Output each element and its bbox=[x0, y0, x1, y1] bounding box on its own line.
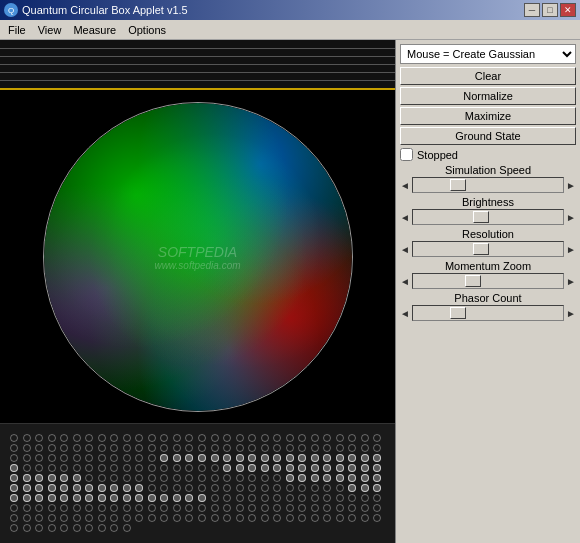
particle bbox=[23, 484, 31, 492]
particle bbox=[135, 504, 143, 512]
simulation-speed-thumb[interactable] bbox=[450, 179, 466, 191]
menu-options[interactable]: Options bbox=[122, 22, 172, 38]
menu-measure[interactable]: Measure bbox=[67, 22, 122, 38]
wave-line-5 bbox=[0, 80, 395, 81]
particle bbox=[110, 444, 118, 452]
particle bbox=[73, 524, 81, 532]
particle bbox=[336, 514, 344, 522]
particle bbox=[323, 434, 331, 442]
resolution-left-arrow[interactable]: ◄ bbox=[400, 244, 410, 255]
particle bbox=[311, 464, 319, 472]
brightness-thumb[interactable] bbox=[473, 211, 489, 223]
particle bbox=[323, 464, 331, 472]
phasor-count-track[interactable] bbox=[412, 305, 564, 321]
momentum-zoom-label: Momentum Zoom bbox=[400, 260, 576, 272]
brightness-right-arrow[interactable]: ► bbox=[566, 212, 576, 223]
particle bbox=[236, 434, 244, 442]
maximize-button[interactable]: □ bbox=[542, 3, 558, 17]
particle bbox=[123, 514, 131, 522]
particle bbox=[60, 504, 68, 512]
particle bbox=[185, 434, 193, 442]
brightness-track[interactable] bbox=[412, 209, 564, 225]
particle bbox=[336, 504, 344, 512]
simulation-speed-track[interactable] bbox=[412, 177, 564, 193]
phasor-count-left-arrow[interactable]: ◄ bbox=[400, 308, 410, 319]
clear-button[interactable]: Clear bbox=[400, 67, 576, 85]
phasor-count-section: Phasor Count ◄ ► bbox=[400, 292, 576, 321]
particle bbox=[248, 474, 256, 482]
momentum-zoom-left-arrow[interactable]: ◄ bbox=[400, 276, 410, 287]
particle bbox=[373, 494, 381, 502]
particle bbox=[35, 464, 43, 472]
menu-view[interactable]: View bbox=[32, 22, 68, 38]
particle bbox=[123, 454, 131, 462]
particle bbox=[85, 434, 93, 442]
resolution-track[interactable] bbox=[412, 241, 564, 257]
particle bbox=[236, 514, 244, 522]
brightness-left-arrow[interactable]: ◄ bbox=[400, 212, 410, 223]
simulation-speed-left-arrow[interactable]: ◄ bbox=[400, 180, 410, 191]
particle bbox=[173, 514, 181, 522]
particle bbox=[248, 454, 256, 462]
simulation-speed-right-arrow[interactable]: ► bbox=[566, 180, 576, 191]
minimize-button[interactable]: ─ bbox=[524, 3, 540, 17]
momentum-zoom-thumb[interactable] bbox=[465, 275, 481, 287]
particle bbox=[73, 464, 81, 472]
particle bbox=[48, 464, 56, 472]
particle bbox=[98, 494, 106, 502]
momentum-zoom-track[interactable] bbox=[412, 273, 564, 289]
particle bbox=[48, 524, 56, 532]
phasor-count-right-arrow[interactable]: ► bbox=[566, 308, 576, 319]
particle bbox=[248, 484, 256, 492]
particle bbox=[273, 494, 281, 502]
menu-file[interactable]: File bbox=[2, 22, 32, 38]
particle bbox=[298, 474, 306, 482]
particle bbox=[148, 504, 156, 512]
momentum-zoom-right-arrow[interactable]: ► bbox=[566, 276, 576, 287]
particle bbox=[211, 474, 219, 482]
particle bbox=[85, 444, 93, 452]
particle bbox=[98, 444, 106, 452]
resolution-thumb[interactable] bbox=[473, 243, 489, 255]
resolution-right-arrow[interactable]: ► bbox=[566, 244, 576, 255]
window-controls: ─ □ ✕ bbox=[524, 3, 576, 17]
particle bbox=[211, 494, 219, 502]
particle bbox=[273, 514, 281, 522]
brightness-label: Brightness bbox=[400, 196, 576, 208]
phasor-count-thumb[interactable] bbox=[450, 307, 466, 319]
particle bbox=[35, 524, 43, 532]
particle bbox=[185, 464, 193, 472]
normalize-button[interactable]: Normalize bbox=[400, 87, 576, 105]
particle bbox=[286, 484, 294, 492]
particle bbox=[10, 494, 18, 502]
close-button[interactable]: ✕ bbox=[560, 3, 576, 17]
particle bbox=[10, 484, 18, 492]
particle bbox=[348, 444, 356, 452]
particle bbox=[60, 494, 68, 502]
particle bbox=[373, 434, 381, 442]
particle bbox=[311, 484, 319, 492]
particle bbox=[85, 504, 93, 512]
particle bbox=[336, 434, 344, 442]
particle bbox=[323, 504, 331, 512]
particle bbox=[35, 444, 43, 452]
particle bbox=[185, 514, 193, 522]
particle bbox=[160, 484, 168, 492]
particle bbox=[10, 514, 18, 522]
maximize-button-ctrl[interactable]: Maximize bbox=[400, 107, 576, 125]
momentum-zoom-section: Momentum Zoom ◄ ► bbox=[400, 260, 576, 289]
particle bbox=[110, 504, 118, 512]
stopped-checkbox[interactable] bbox=[400, 148, 413, 161]
particle bbox=[361, 514, 369, 522]
particle bbox=[373, 454, 381, 462]
ground-state-button[interactable]: Ground State bbox=[400, 127, 576, 145]
particle bbox=[298, 444, 306, 452]
particle bbox=[160, 464, 168, 472]
mouse-mode-dropdown[interactable]: Mouse = Create Gaussian Mouse = Add Ener… bbox=[400, 44, 576, 64]
canvas-area[interactable]: SOFTPEDIA www.softpedia.com bbox=[0, 90, 395, 423]
particle bbox=[361, 494, 369, 502]
particle bbox=[198, 464, 206, 472]
particle bbox=[73, 494, 81, 502]
particle bbox=[73, 484, 81, 492]
particle bbox=[236, 454, 244, 462]
